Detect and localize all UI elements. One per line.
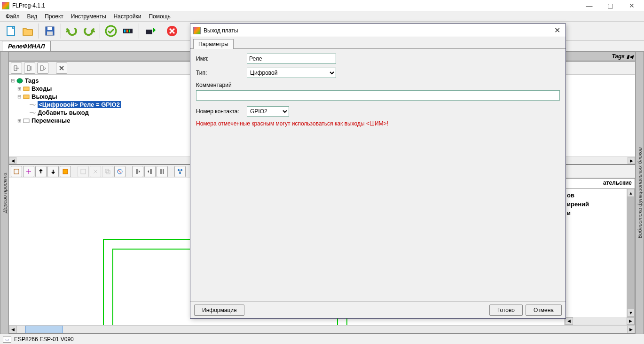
svg-rect-24 xyxy=(163,169,164,174)
library-panel: ательские ов ирений и ▲ ▼ xyxy=(565,178,635,325)
svg-rect-12 xyxy=(24,87,29,91)
canvas-btn-13[interactable] xyxy=(174,166,186,177)
statusbar: ▭ ESP8266 ESP-01 V090 xyxy=(0,334,644,344)
library-item[interactable]: ирений xyxy=(567,200,633,209)
canvas-btn-10[interactable] xyxy=(132,166,143,177)
scroll-up-icon[interactable]: ▲ xyxy=(627,189,635,197)
scroll-down-icon[interactable]: ▼ xyxy=(627,309,635,317)
library-vscroll[interactable]: ▲ ▼ xyxy=(627,189,635,317)
scroll-right-icon[interactable]: ▶ xyxy=(627,317,635,325)
undo-button[interactable] xyxy=(64,23,80,39)
svg-rect-22 xyxy=(150,169,152,174)
canvas-btn-12[interactable] xyxy=(157,166,168,177)
library-item[interactable]: ов xyxy=(567,191,633,200)
tree-selected-output: <Цифровой> Реле = GPIO2 xyxy=(38,101,121,108)
redo-button[interactable] xyxy=(81,23,97,39)
menu-file[interactable]: Файл xyxy=(2,12,24,21)
upload-button[interactable] xyxy=(142,23,158,39)
canvas-btn-2[interactable] xyxy=(23,166,34,177)
stop-button[interactable] xyxy=(164,23,180,39)
expand-icon[interactable]: ⊟ xyxy=(16,94,22,99)
tree-btn-3[interactable] xyxy=(37,63,48,74)
warning-text: Номера отмеченные красным могут использо… xyxy=(196,120,560,127)
dialog-body: Имя: Тип: Цифровой Комментарий Номер кон… xyxy=(190,48,565,301)
menu-help[interactable]: Помощь xyxy=(145,12,174,21)
tree-btn-1[interactable] xyxy=(11,63,22,74)
tree-outputs-label: Выходы xyxy=(31,93,57,100)
left-rail-label[interactable]: Дерево проекта xyxy=(0,52,8,334)
dialog-buttons: Информация Готово Отмена xyxy=(190,301,565,318)
svg-rect-16 xyxy=(63,169,68,174)
type-select[interactable]: Цифровой xyxy=(247,68,336,78)
canvas-btn-1[interactable] xyxy=(11,166,22,177)
svg-rect-15 xyxy=(14,169,19,174)
expand-icon[interactable]: ⊞ xyxy=(16,118,22,123)
svg-rect-21 xyxy=(136,169,138,174)
svg-point-11 xyxy=(17,78,23,83)
app-title: FLProg-4.1.1 xyxy=(12,2,579,9)
library-item[interactable]: и xyxy=(567,209,633,218)
tree-inputs-label: Входы xyxy=(31,85,52,92)
canvas-btn-5[interactable] xyxy=(60,166,71,177)
minimize-button[interactable]: — xyxy=(579,0,600,11)
panel-collapse-icon[interactable]: ▮◀ xyxy=(627,54,633,59)
canvas-hscroll[interactable]: ◀ ▶ xyxy=(9,325,635,333)
dialog-tabs: Параметры xyxy=(190,37,565,48)
canvas-cut-button[interactable] xyxy=(90,166,101,177)
scroll-right-icon[interactable]: ▶ xyxy=(627,326,635,333)
dialog-close-button[interactable]: ✕ xyxy=(551,25,563,36)
compile-button[interactable] xyxy=(120,23,136,39)
library-hscroll[interactable]: ◀ ▶ xyxy=(565,317,635,325)
name-input[interactable] xyxy=(247,54,336,64)
type-label: Тип: xyxy=(196,70,243,76)
right-rail-label[interactable]: Библиотека функциональных блоков xyxy=(636,52,644,334)
canvas-copy-button[interactable] xyxy=(102,166,113,177)
scroll-thumb[interactable] xyxy=(25,326,63,333)
menu-tools[interactable]: Инструменты xyxy=(67,12,110,21)
expand-icon[interactable]: ⊞ xyxy=(16,86,22,91)
menubar: Файл Вид Проект Инструменты Настройки По… xyxy=(0,11,644,22)
library-tab[interactable]: ательские xyxy=(565,179,635,189)
menu-settings[interactable]: Настройки xyxy=(110,12,145,21)
svg-rect-8 xyxy=(129,30,130,32)
output-dialog: Выход платы ✕ Параметры Имя: Тип: Цифров… xyxy=(190,23,566,319)
scroll-left-icon[interactable]: ◀ xyxy=(9,157,16,164)
scroll-left-icon[interactable]: ◀ xyxy=(9,326,17,333)
canvas-btn-9[interactable] xyxy=(114,166,126,177)
name-label: Имя: xyxy=(196,55,243,62)
menu-view[interactable]: Вид xyxy=(24,12,41,21)
board-icon: ▭ xyxy=(3,336,11,343)
check-button[interactable] xyxy=(103,23,119,39)
ok-button[interactable]: Готово xyxy=(489,305,523,316)
maximize-button[interactable]: ▢ xyxy=(600,0,621,11)
tree-root-label: Tags xyxy=(25,77,39,84)
canvas-down-button[interactable] xyxy=(47,166,59,177)
svg-rect-9 xyxy=(146,30,152,34)
dialog-titlebar: Выход платы ✕ xyxy=(190,24,565,37)
menu-project[interactable]: Проект xyxy=(41,12,67,21)
scroll-left-icon[interactable]: ◀ xyxy=(565,317,573,325)
canvas-btn-6[interactable] xyxy=(78,166,89,177)
titlebar: FLProg-4.1.1 — ▢ ✕ xyxy=(0,0,644,11)
cancel-button[interactable]: Отмена xyxy=(526,305,562,316)
save-button[interactable] xyxy=(42,23,58,39)
new-file-button[interactable] xyxy=(3,23,19,39)
tree-btn-2[interactable] xyxy=(24,63,35,74)
svg-rect-17 xyxy=(81,169,86,174)
project-tab[interactable]: РелеФИНАЛ xyxy=(2,41,51,51)
info-button[interactable]: Информация xyxy=(194,305,244,316)
canvas-btn-11[interactable] xyxy=(144,166,156,177)
dialog-tab-params[interactable]: Параметры xyxy=(193,39,234,49)
scroll-right-icon[interactable]: ▶ xyxy=(628,157,635,164)
comment-input[interactable] xyxy=(196,90,560,101)
comment-label: Комментарий xyxy=(196,82,560,88)
tree-delete-button[interactable] xyxy=(56,63,67,74)
open-file-button[interactable] xyxy=(20,23,36,39)
close-button[interactable]: ✕ xyxy=(621,0,642,11)
expand-icon[interactable]: ⊟ xyxy=(10,78,16,83)
contact-select[interactable]: GPIO2 xyxy=(247,106,289,117)
svg-rect-6 xyxy=(124,30,126,32)
canvas-up-button[interactable] xyxy=(35,166,47,177)
svg-rect-14 xyxy=(24,119,29,123)
svg-rect-7 xyxy=(126,30,128,32)
